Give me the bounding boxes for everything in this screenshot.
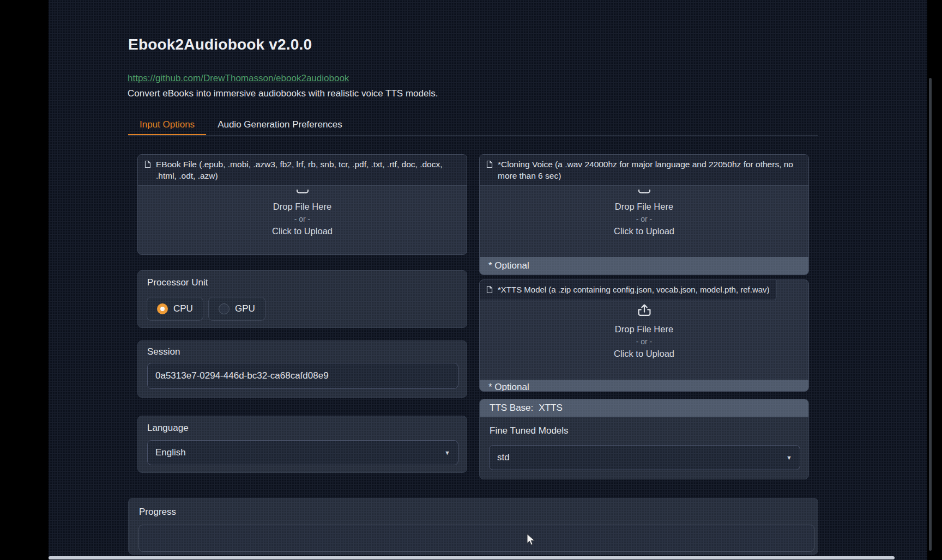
xtts-model-upload[interactable]: *XTTS Model (a .zip containing config.js… [479, 279, 809, 392]
processor-unit-panel: Processor Unit CPU GPU [137, 270, 467, 328]
chevron-down-icon: ▼ [444, 449, 450, 456]
progress-output [138, 525, 814, 552]
page-subtitle: Convert eBooks into immersive audiobooks… [128, 88, 438, 99]
tts-base-bar: TTS Base: XTTS [480, 399, 808, 417]
mouse-cursor [526, 533, 535, 549]
language-selected-value: English [155, 447, 186, 458]
click-to-upload-text[interactable]: Click to Upload [614, 226, 674, 236]
horizontal-scrollbar[interactable] [49, 556, 895, 559]
radio-cpu[interactable]: CPU [147, 297, 203, 321]
ebook-file-upload[interactable]: EBook File (.epub, .mobi, .azw3, fb2, lr… [137, 154, 467, 255]
cloning-voice-optional-note: * Optional [480, 257, 808, 275]
tab-bar: Input Options Audio Generation Preferenc… [128, 114, 818, 136]
drop-or-text: - or - [294, 215, 311, 223]
xtts-model-label-bar: *XTTS Model (a .zip containing config.js… [480, 280, 777, 300]
radio-unselected-icon [219, 303, 230, 314]
language-panel: Language English ▼ [137, 416, 467, 473]
vertical-scrollbar[interactable] [929, 78, 932, 551]
drop-file-here-text: Drop File Here [615, 324, 673, 334]
xtts-model-optional-note: * Optional [480, 380, 808, 391]
file-icon [144, 160, 151, 171]
ebook-dropzone[interactable]: Drop File Here - or - Click to Upload [138, 186, 467, 254]
tts-base-label: TTS Base: [490, 403, 533, 413]
app-window: Ebook2Audiobook v2.0.0 https://github.co… [0, 0, 942, 560]
fine-tuned-models-label: Fine Tuned Models [490, 425, 569, 436]
upload-icon [297, 187, 309, 197]
radio-cpu-label: CPU [173, 303, 193, 314]
tts-base-panel: TTS Base: XTTS Fine Tuned Models std ▼ [479, 399, 809, 479]
tab-input-options[interactable]: Input Options [128, 114, 206, 135]
click-to-upload-text[interactable]: Click to Upload [272, 226, 333, 236]
language-label: Language [147, 423, 189, 434]
radio-selected-icon [157, 303, 168, 314]
session-label: Session [147, 346, 180, 357]
xtts-model-dropzone[interactable]: Drop File Here - or - Click to Upload [480, 300, 808, 380]
progress-label: Progress [139, 507, 176, 518]
tab-audio-generation-preferences[interactable]: Audio Generation Preferences [206, 114, 354, 135]
click-to-upload-text[interactable]: Click to Upload [614, 349, 674, 359]
tts-base-value: XTTS [539, 403, 562, 413]
cloning-voice-dropzone[interactable]: Drop File Here - or - Click to Upload [480, 186, 808, 257]
upload-icon [638, 187, 650, 197]
github-link[interactable]: https://github.com/DrewThomasson/ebook2a… [128, 73, 349, 84]
cloning-voice-label: *Cloning Voice (a .wav 24000hz for major… [498, 159, 802, 181]
radio-gpu[interactable]: GPU [208, 297, 265, 321]
session-input[interactable]: 0a5313e7-0294-446d-bc32-ca68cafd08e9 [147, 363, 458, 389]
drop-or-text: - or - [636, 215, 653, 223]
file-icon [486, 160, 493, 171]
drop-file-here-text: Drop File Here [273, 202, 331, 212]
language-dropdown[interactable]: English ▼ [147, 440, 458, 465]
processor-unit-label: Processor Unit [147, 277, 208, 288]
fine-tuned-selected-value: std [497, 452, 510, 463]
ebook-file-label-bar: EBook File (.epub, .mobi, .azw3, fb2, lr… [138, 155, 467, 186]
cloning-voice-label-bar: *Cloning Voice (a .wav 24000hz for major… [480, 155, 808, 186]
drop-file-here-text: Drop File Here [615, 202, 673, 212]
drop-or-text: - or - [636, 337, 653, 346]
session-panel: Session 0a5313e7-0294-446d-bc32-ca68cafd… [137, 340, 467, 398]
upload-icon [637, 303, 652, 319]
fine-tuned-models-dropdown[interactable]: std ▼ [489, 445, 800, 470]
page-title: Ebook2Audiobook v2.0.0 [128, 36, 312, 53]
radio-gpu-label: GPU [235, 303, 255, 314]
xtts-model-label: *XTTS Model (a .zip containing config.js… [498, 284, 770, 295]
cloning-voice-upload[interactable]: *Cloning Voice (a .wav 24000hz for major… [479, 154, 809, 275]
file-icon [486, 285, 493, 296]
processor-radio-group: CPU GPU [147, 297, 265, 321]
page-background: Ebook2Audiobook v2.0.0 https://github.co… [49, 0, 927, 560]
ebook-file-label: EBook File (.epub, .mobi, .azw3, fb2, lr… [156, 159, 460, 181]
progress-panel: Progress [128, 498, 818, 555]
chevron-down-icon: ▼ [786, 454, 792, 461]
